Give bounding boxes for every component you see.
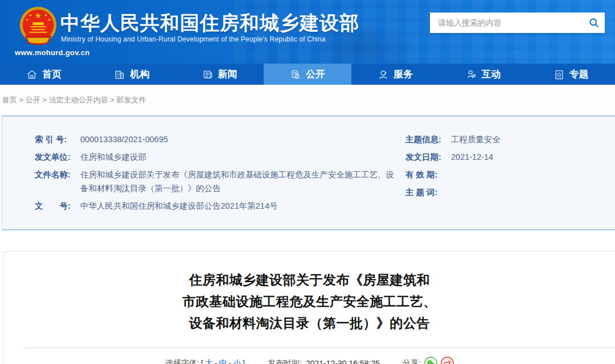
nav-item-service[interactable]: 服务 [351, 64, 439, 85]
info-label: 发文日期: [405, 150, 449, 164]
home-icon [26, 69, 38, 80]
site-url: www.mohurd.gov.cn [15, 48, 90, 57]
font-size-small-link[interactable]: 小 [233, 358, 241, 364]
svg-text:★: ★ [28, 13, 32, 17]
info-label: 有 效 期: [405, 168, 449, 181]
info-value: 住房和城乡建设部关于发布《房屋建筑和市政基础设施工程危及生产安全施工工艺、设备和… [78, 168, 401, 195]
article-title: 住房和城乡建设部关于发布《房屋建筑和 市政基础设施工程危及生产安全施工工艺、 设… [3, 269, 615, 334]
info-value: 中华人民共和国住房和城乡建设部公告2021年第214号 [78, 199, 277, 213]
info-value [449, 168, 451, 181]
nav-item-topics[interactable]: 专题 [527, 64, 615, 85]
disclosure-icon [290, 69, 301, 80]
svg-text:★: ★ [25, 18, 28, 22]
organization-icon [114, 69, 125, 80]
nav-item-label: 服务 [393, 68, 413, 81]
info-row-index-number: 索 引 号: 000013338/2021-00695 [35, 133, 401, 146]
news-icon [202, 69, 214, 80]
info-label: 发文单位: [35, 150, 78, 164]
site-title-english: Ministry of Housing and Urban-Rural Deve… [61, 35, 326, 43]
info-label: 文件名称: [35, 168, 78, 195]
info-value: 2021-12-14 [449, 150, 493, 164]
info-value [449, 185, 451, 199]
topic-icon [554, 69, 565, 80]
svg-text:★: ★ [44, 13, 48, 17]
site-title: 中华人民共和国住房和城乡建设部 [60, 10, 359, 36]
site-header: ★ ★ ★ ★ ★ www.mohurd.gov.cn 中华人民共和国住房和城乡… [0, 0, 615, 64]
svg-text:★: ★ [35, 11, 42, 20]
main-navigation: 首页 机构 新闻 公开 服务 [0, 64, 615, 85]
nav-item-disclosure[interactable]: 公开 [264, 64, 351, 85]
publish-time-value: 2021-12-30 16:58:25 [306, 359, 380, 364]
info-label: 主题信息: [405, 133, 449, 146]
article-title-line: 设备和材料淘汰目录（第一批）》的公告 [3, 312, 615, 334]
share-group: 分享: [403, 357, 454, 364]
info-label: 文 号: [35, 199, 78, 213]
search-icon [588, 17, 600, 28]
document-info-left-column: 索 引 号: 000013338/2021-00695 发文单位: 住房和城乡建… [2, 133, 401, 217]
breadcrumb[interactable]: 首页 > 公开 > 法定主动公开内容 > 部发文件 [0, 85, 615, 115]
font-size-separator: - [215, 359, 218, 364]
document-info-panel: 索 引 号: 000013338/2021-00695 发文单位: 住房和城乡建… [2, 115, 615, 230]
bracket-open: [ [201, 359, 203, 364]
article-container: 住房和城乡建设部关于发布《房屋建筑和 市政基础设施工程危及生产安全施工工艺、 设… [3, 251, 615, 364]
info-row-issuing-unit: 发文单位: 住房和城乡建设部 [35, 150, 401, 164]
info-value: 工程质量安全 [449, 133, 501, 146]
article-title-line: 市政基础设施工程危及生产安全施工工艺、 [3, 291, 615, 312]
interaction-icon [466, 69, 477, 80]
article-title-line: 住房和城乡建设部关于发布《房屋建筑和 [3, 269, 615, 291]
search-button[interactable] [583, 13, 605, 33]
info-value: 住房和城乡建设部 [78, 150, 146, 164]
nav-item-organization[interactable]: 机构 [88, 64, 175, 85]
info-value: 000013338/2021-00695 [78, 133, 168, 146]
nav-item-label: 首页 [42, 68, 62, 81]
document-info-right-column: 主题信息: 工程质量安全 发文日期: 2021-12-14 有 效 期: 主 题… [401, 133, 615, 217]
font-select-label: 选择字体: [165, 358, 199, 364]
nav-item-home[interactable]: 首页 [0, 64, 88, 85]
info-label: 主 题 词: [405, 185, 449, 199]
bracket-close: ] [243, 359, 245, 364]
info-row-topic-info: 主题信息: 工程质量安全 [405, 133, 615, 146]
title-divider [24, 348, 615, 348]
article-meta-bar: 选择字体: [ 大 - 中 - 小 ] 发布时间: 2021-12-30 16:… [3, 357, 615, 364]
font-size-large-link[interactable]: 大 [205, 358, 213, 364]
svg-text:★: ★ [47, 18, 51, 22]
share-label: 分享: [403, 358, 421, 364]
info-row-issue-date: 发文日期: 2021-12-14 [405, 150, 615, 164]
font-size-selector: 选择字体: [ 大 - 中 - 小 ] [165, 358, 245, 364]
nav-item-label: 专题 [569, 68, 589, 81]
publish-time-group: 发布时间: 2021-12-30 16:58:25 [268, 358, 380, 364]
info-row-document-title: 文件名称: 住房和城乡建设部关于发布《房屋建筑和市政基础设施工程危及生产安全施工… [35, 168, 401, 195]
font-size-separator: - [229, 359, 232, 364]
national-emblem-icon: ★ ★ ★ ★ ★ [16, 4, 60, 49]
search-input[interactable] [430, 18, 583, 27]
nav-item-interaction[interactable]: 互动 [439, 64, 527, 85]
info-label: 索 引 号: [35, 133, 78, 146]
nav-item-label: 机构 [130, 68, 149, 81]
wechat-share-icon[interactable] [424, 357, 437, 364]
nav-item-news[interactable]: 新闻 [176, 64, 264, 85]
weibo-share-icon[interactable] [441, 357, 454, 364]
info-row-keywords: 主 题 词: [405, 185, 615, 199]
service-icon [378, 69, 389, 80]
nav-item-label: 公开 [306, 68, 325, 81]
font-size-medium-link[interactable]: 中 [219, 358, 227, 364]
nav-item-label: 新闻 [218, 68, 237, 81]
nav-item-label: 互动 [482, 68, 501, 81]
publish-time-label: 发布时间: [268, 358, 302, 364]
search-box [430, 13, 605, 33]
info-row-validity: 有 效 期: [405, 168, 615, 181]
info-row-document-number: 文 号: 中华人民共和国住房和城乡建设部公告2021年第214号 [35, 199, 401, 213]
